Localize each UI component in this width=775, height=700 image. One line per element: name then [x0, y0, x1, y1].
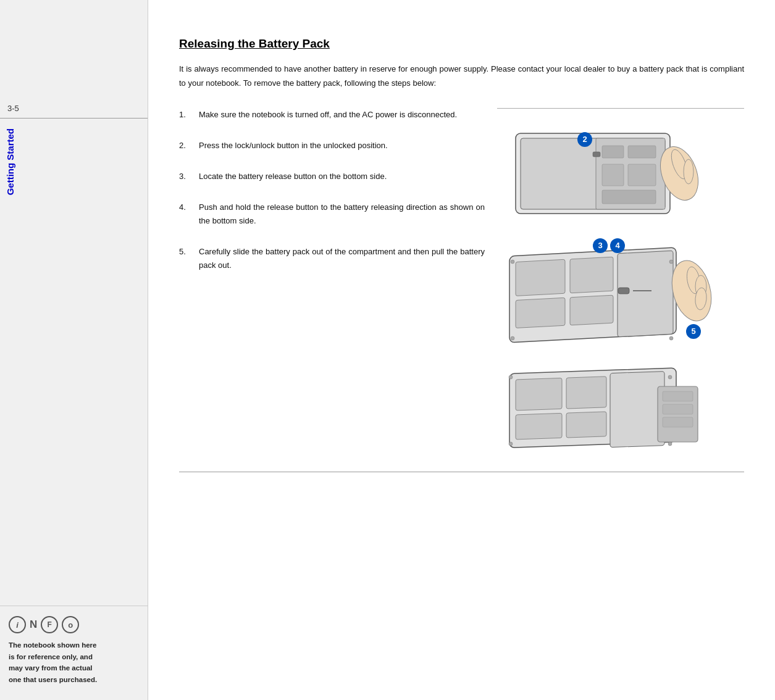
- diagram-3-wrapper: [497, 359, 744, 460]
- step-4-number: 4.: [179, 201, 193, 228]
- badge-3: 3: [593, 238, 608, 253]
- diagram-1-svg: [497, 115, 719, 226]
- diagram-1-wrapper: 2: [497, 115, 744, 226]
- svg-rect-6: [628, 164, 656, 186]
- svg-rect-16: [570, 295, 613, 325]
- svg-point-40: [509, 442, 513, 446]
- svg-point-10: [684, 159, 693, 184]
- svg-point-38: [509, 375, 513, 379]
- info-icons: i N F o: [9, 616, 139, 633]
- f-icon: F: [41, 616, 58, 633]
- svg-rect-11: [593, 152, 600, 157]
- step-4-text: Push and hold the release button to the …: [199, 201, 485, 228]
- svg-rect-14: [570, 257, 613, 293]
- svg-rect-37: [663, 417, 693, 427]
- svg-point-24: [511, 260, 514, 264]
- step-3-number: 3.: [179, 170, 193, 183]
- steps-column: 1. Make sure the notebook is turned off,…: [179, 108, 485, 460]
- step-5-number: 5.: [179, 245, 193, 272]
- step-5: 5. Carefully slide the battery pack out …: [179, 245, 485, 272]
- step-2-text: Press the lock/unlock button in the unlo…: [199, 139, 485, 152]
- svg-rect-31: [516, 413, 562, 440]
- sidebar-note: The notebook shown here is for reference…: [9, 640, 139, 685]
- bottom-divider: [179, 472, 744, 472]
- section-title: Releasing the Battery Pack: [179, 37, 744, 51]
- svg-rect-5: [602, 164, 624, 186]
- diagram-2-wrapper: 3 4 5: [497, 232, 744, 352]
- sidebar: 3-5 Getting Started i N F o The notebook…: [0, 0, 148, 700]
- svg-rect-3: [602, 146, 624, 158]
- svg-rect-13: [516, 259, 565, 296]
- svg-rect-29: [516, 378, 562, 410]
- page-number: 3-5: [0, 99, 148, 119]
- step-4: 4. Push and hold the release button to t…: [179, 201, 485, 228]
- step-1: 1. Make sure the notebook is turned off,…: [179, 108, 485, 122]
- diagrams-column: 2: [497, 108, 744, 460]
- step-5-text: Carefully slide the battery pack out of …: [199, 245, 485, 272]
- intro-text: It is always recommended to have another…: [179, 62, 744, 91]
- badge-3-4-wrapper: 3 4: [593, 238, 625, 253]
- step-2-number: 2.: [179, 139, 193, 152]
- svg-rect-36: [663, 404, 693, 414]
- svg-point-26: [511, 336, 514, 340]
- svg-rect-30: [566, 377, 606, 409]
- step-3: 3. Locate the battery release button on …: [179, 170, 485, 183]
- svg-point-25: [669, 260, 673, 264]
- info-icon: i: [9, 616, 26, 633]
- step-1-text: Make sure the notebook is turned off, an…: [199, 108, 485, 122]
- svg-point-41: [668, 442, 672, 446]
- svg-rect-4: [628, 146, 656, 158]
- svg-point-27: [669, 336, 673, 340]
- svg-rect-15: [516, 298, 565, 328]
- svg-rect-18: [618, 288, 629, 294]
- badge-5: 5: [686, 324, 701, 339]
- svg-rect-35: [663, 391, 693, 401]
- step-2: 2. Press the lock/unlock button in the u…: [179, 139, 485, 152]
- sidebar-bottom-note: i N F o The notebook shown here is for r…: [0, 606, 148, 700]
- n-icon: N: [30, 619, 37, 631]
- content-area: 1. Make sure the notebook is turned off,…: [179, 108, 744, 460]
- diagram-3-svg: [497, 359, 719, 460]
- badge-2: 2: [577, 132, 592, 147]
- svg-point-39: [668, 375, 672, 379]
- main-content: Releasing the Battery Pack It is always …: [148, 0, 775, 700]
- step-1-number: 1.: [179, 108, 193, 122]
- svg-rect-7: [602, 190, 656, 204]
- svg-rect-32: [566, 412, 606, 438]
- chapter-label: Getting Started: [0, 119, 20, 205]
- step-3-text: Locate the battery release button on the…: [199, 170, 485, 183]
- o-icon: o: [62, 616, 79, 633]
- badge-4: 4: [610, 238, 625, 253]
- svg-rect-33: [610, 371, 664, 447]
